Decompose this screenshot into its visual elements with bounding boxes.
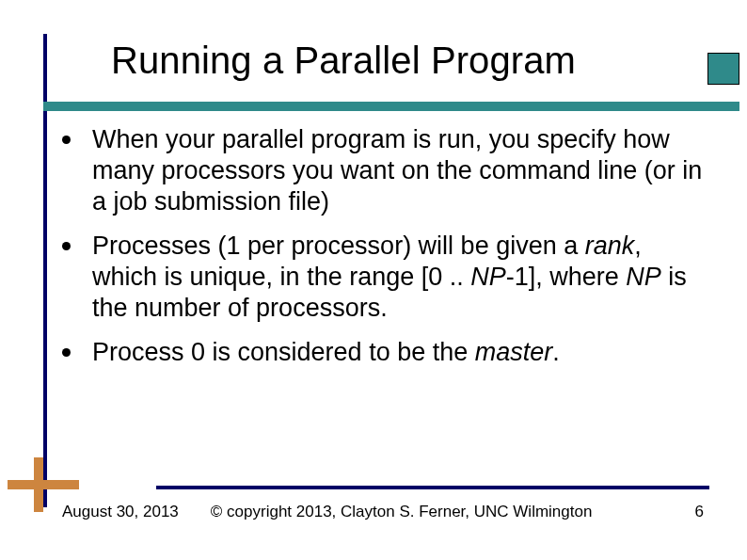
bullet-text: Processes (1 per processor) will be give… bbox=[92, 232, 585, 260]
bullet-item: Processes (1 per processor) will be give… bbox=[60, 231, 706, 324]
bullet-italic: NP bbox=[626, 263, 661, 291]
slide: Running a Parallel Program When your par… bbox=[0, 0, 747, 560]
footer-separator bbox=[156, 486, 709, 489]
bullet-text: When your parallel program is run, you s… bbox=[92, 125, 702, 216]
title-separator bbox=[43, 102, 739, 111]
bullet-italic: NP bbox=[470, 263, 506, 291]
footer-page-number: 6 bbox=[695, 503, 709, 521]
bullet-text: -1], where bbox=[506, 263, 627, 291]
footer: August 30, 2013 © copyright 2013, Clayto… bbox=[62, 503, 709, 521]
accent-square bbox=[707, 53, 739, 85]
bullet-text: . bbox=[552, 338, 560, 366]
bullet-item: When your parallel program is run, you s… bbox=[60, 124, 706, 217]
bullet-text: Process 0 is considered to be the bbox=[92, 338, 475, 366]
footer-copyright: © copyright 2013, Clayton S. Ferner, UNC… bbox=[211, 503, 593, 521]
slide-title: Running a Parallel Program bbox=[111, 40, 638, 81]
bullet-item: Process 0 is considered to be the master… bbox=[60, 337, 706, 368]
bullet-italic: rank bbox=[585, 232, 635, 260]
cross-horizontal bbox=[8, 480, 79, 489]
footer-date: August 30, 2013 bbox=[62, 503, 179, 521]
slide-body: When your parallel program is run, you s… bbox=[60, 124, 706, 381]
bullet-italic: master bbox=[475, 338, 553, 366]
bullet-list: When your parallel program is run, you s… bbox=[60, 124, 706, 368]
